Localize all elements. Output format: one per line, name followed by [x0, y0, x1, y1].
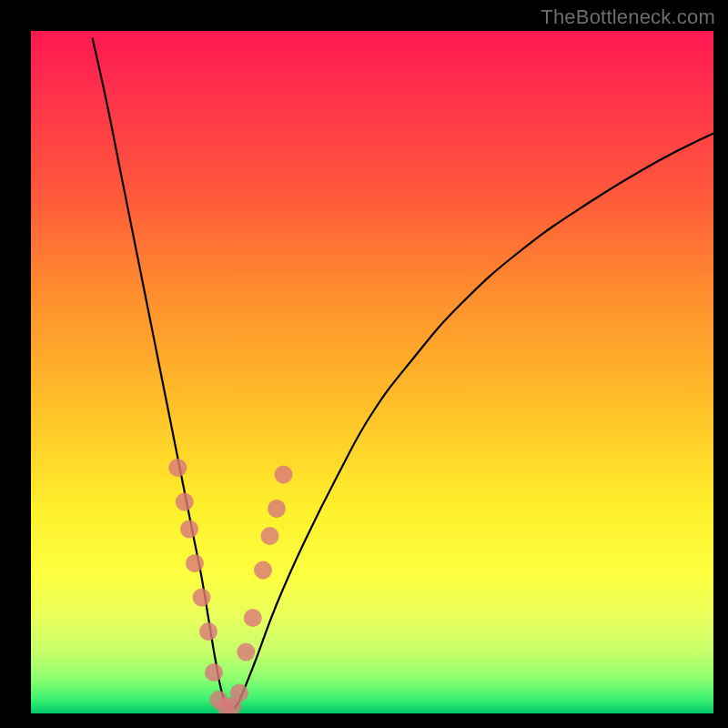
marker-dot: [180, 521, 198, 539]
marker-dot: [205, 663, 223, 682]
plot-area: [31, 31, 713, 713]
watermark-text: TheBottleneck.com: [541, 5, 715, 29]
marker-dot: [168, 459, 187, 477]
marker-dot: [254, 561, 272, 580]
marker-dot: [237, 643, 255, 662]
marker-dot: [268, 500, 286, 518]
marker-dot: [186, 554, 204, 572]
marker-dot: [261, 527, 279, 545]
marker-dot: [230, 684, 248, 703]
chart-svg: [31, 31, 713, 713]
curve-line: [93, 38, 714, 710]
chart-frame: TheBottleneck.com: [0, 0, 728, 728]
marker-dot: [244, 609, 262, 627]
marker-group: [168, 459, 292, 713]
marker-dot: [199, 622, 217, 641]
marker-dot: [275, 466, 293, 484]
marker-dot: [193, 589, 211, 607]
marker-dot: [176, 493, 194, 511]
